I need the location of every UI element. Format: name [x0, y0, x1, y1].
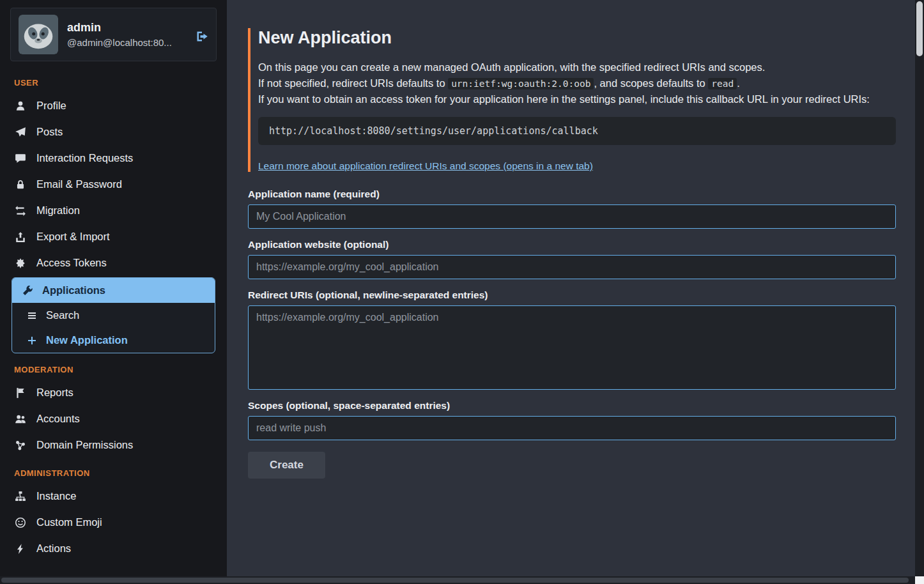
- sidebar-item-domain-permissions[interactable]: Domain Permissions: [0, 432, 227, 458]
- section-title-moderation: MODERATION: [0, 355, 227, 380]
- intro-line-3: If you want to obtain an access token fo…: [258, 91, 896, 107]
- bolt-icon: [14, 543, 27, 555]
- sidebar-item-label: Search: [46, 309, 79, 321]
- vertical-scrollbar-thumb[interactable]: [916, 1, 923, 56]
- export-import-icon: [14, 231, 27, 243]
- sidebar-item-posts[interactable]: Posts: [0, 119, 227, 145]
- certificate-icon: [14, 257, 27, 269]
- sidebar-item-label: New Application: [46, 334, 128, 346]
- application-website-input[interactable]: [248, 255, 896, 279]
- sidebar-item-label: Accounts: [36, 413, 80, 425]
- profile-icon: [14, 100, 27, 112]
- redirect-uris-label: Redirect URIs (optional, newline-separat…: [248, 289, 896, 301]
- sidebar-item-accounts[interactable]: Accounts: [0, 406, 227, 432]
- lock-icon: [14, 179, 27, 190]
- sloth-avatar-image: [19, 15, 58, 54]
- sidebar-item-label: Email & Password: [36, 178, 122, 190]
- sidebar-item-label: Applications: [42, 284, 105, 296]
- scrollbar-corner: [915, 576, 924, 584]
- sidebar-item-profile[interactable]: Profile: [0, 93, 227, 119]
- redirect-uris-textarea[interactable]: [248, 305, 896, 390]
- intro-line-2-suffix: .: [737, 77, 740, 89]
- new-application-form: Application name (required) Application …: [248, 188, 896, 479]
- sidebar-item-export-import[interactable]: Export & Import: [0, 224, 227, 250]
- avatar: [19, 15, 58, 54]
- user-card[interactable]: admin @admin@localhost:80...: [10, 8, 217, 61]
- sidebar-item-label: Interaction Requests: [36, 152, 133, 164]
- sidebar-item-label: Instance: [36, 490, 76, 502]
- sidebar-item-migration[interactable]: Migration: [0, 197, 227, 224]
- intro-line-1: On this page you can create a new manage…: [258, 59, 896, 75]
- sidebar-item-label: Reports: [36, 387, 73, 399]
- read-scope-code: read: [708, 78, 737, 89]
- intro-line-2-mid: , and scopes defaults to: [594, 77, 708, 89]
- plus-icon: [26, 335, 38, 346]
- application-website-label: Application website (optional): [248, 239, 896, 250]
- sidebar-item-label: Profile: [36, 100, 66, 112]
- sidebar-item-new-application[interactable]: New Application: [12, 328, 215, 353]
- user-handle: @admin@localhost:80...: [67, 37, 172, 48]
- sidebar-section-user: USER Profile Posts Interaction Requests …: [0, 68, 227, 353]
- section-title-administration: ADMINISTRATION: [0, 458, 227, 483]
- sidebar-item-interaction-requests[interactable]: Interaction Requests: [0, 145, 227, 171]
- logout-icon[interactable]: [196, 30, 208, 45]
- create-button[interactable]: Create: [248, 452, 325, 479]
- network-nodes-icon: [14, 440, 27, 451]
- page-title: New Application: [258, 28, 896, 48]
- info-block: New Application On this page you can cre…: [248, 28, 896, 172]
- sidebar-item-actions[interactable]: Actions: [0, 535, 227, 562]
- vertical-scrollbar[interactable]: [915, 0, 924, 576]
- paper-plane-icon: [14, 127, 27, 138]
- callback-url-code-block: http://localhost:8080/settings/user/appl…: [258, 117, 896, 145]
- horizontal-scrollbar-thumb[interactable]: [1, 578, 909, 583]
- application-name-label: Application name (required): [248, 188, 896, 200]
- sidebar-item-reports[interactable]: Reports: [0, 380, 227, 406]
- flag-icon: [14, 387, 27, 399]
- sidebar-item-label: Export & Import: [36, 231, 110, 243]
- sidebar-item-label: Domain Permissions: [36, 439, 133, 451]
- sidebar-section-moderation: MODERATION Reports Accounts Domain Permi…: [0, 355, 227, 458]
- sidebar-item-label: Migration: [36, 204, 80, 217]
- oob-code: urn:ietf:wg:oauth:2.0:oob: [448, 78, 594, 89]
- learn-more-link[interactable]: Learn more about application redirect UR…: [258, 160, 593, 172]
- sidebar: admin @admin@localhost:80... USER Profil…: [0, 0, 227, 584]
- sidebar-item-label: Posts: [36, 126, 63, 138]
- list-icon: [26, 311, 38, 321]
- speech-bubble-icon: [14, 153, 27, 164]
- sitemap-icon: [14, 491, 27, 502]
- sidebar-item-applications-search[interactable]: Search: [12, 303, 215, 328]
- sidebar-item-applications[interactable]: Applications: [12, 278, 215, 303]
- wrench-icon: [21, 285, 34, 296]
- sidebar-item-email-password[interactable]: Email & Password: [0, 171, 227, 197]
- exchange-arrows-icon: [14, 205, 27, 217]
- users-icon: [14, 413, 27, 425]
- user-display-name: admin: [67, 21, 172, 35]
- sidebar-item-instance[interactable]: Instance: [0, 483, 227, 509]
- section-title-user: USER: [0, 68, 227, 93]
- sidebar-section-administration: ADMINISTRATION Instance Custom Emoji Act…: [0, 458, 227, 562]
- sidebar-item-custom-emoji[interactable]: Custom Emoji: [0, 509, 227, 535]
- scopes-label: Scopes (optional, space-separated entrie…: [248, 400, 896, 411]
- scopes-input[interactable]: [248, 416, 896, 440]
- applications-group: Applications Search New Application: [12, 277, 215, 353]
- sidebar-item-label: Access Tokens: [36, 257, 107, 269]
- main-panel: New Application On this page you can cre…: [227, 0, 915, 584]
- horizontal-scrollbar[interactable]: [0, 576, 915, 584]
- sidebar-item-label: Actions: [36, 542, 71, 555]
- sidebar-item-access-tokens[interactable]: Access Tokens: [0, 250, 227, 276]
- sidebar-item-label: Custom Emoji: [36, 516, 102, 528]
- application-name-input[interactable]: [248, 204, 896, 229]
- intro-line-2: If not specified, redirect URIs defaults…: [258, 75, 896, 91]
- intro-line-2-prefix: If not specified, redirect URIs defaults…: [258, 77, 448, 89]
- smiley-icon: [14, 517, 27, 528]
